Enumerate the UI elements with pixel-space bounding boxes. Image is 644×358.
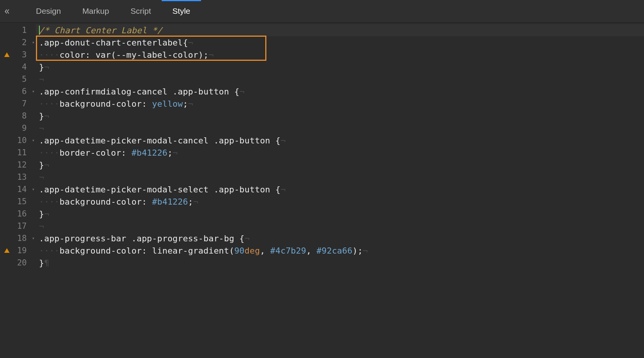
line-number: 1 — [14, 26, 31, 35]
code-line[interactable]: .app-datetime-picker-modal-select .app-b… — [36, 183, 644, 195]
line-number: 19 — [14, 246, 31, 255]
code-line[interactable]: ····background-color: yellow;¬ — [36, 98, 644, 110]
code-line[interactable]: ····color: var(--my-label-color);¬ — [36, 49, 644, 61]
code-line[interactable]: }¬ — [36, 110, 644, 122]
code-line[interactable]: ····background-color: #b41226;¬ — [36, 195, 644, 208]
code-line[interactable]: .app-progress-bar .app-progress-bar-bg {… — [36, 232, 644, 244]
tab-label: Style — [172, 7, 190, 16]
line-number: 20 — [14, 258, 31, 267]
code-editor[interactable]: 1 2▾ 3 4 5 6▾ 7 8 9 10▾ 11 12 13 14▾ 15 … — [0, 23, 644, 358]
line-number: 4 — [14, 62, 31, 72]
code-line[interactable]: ¬ — [36, 73, 644, 85]
code-line[interactable]: ¬ — [36, 220, 644, 232]
tab-style[interactable]: Style — [162, 0, 201, 22]
line-number: 2 — [14, 38, 31, 47]
tab-design[interactable]: Design — [25, 0, 71, 22]
editor-root: Design Markup Script Style 1 2▾ 3 4 5 6▾… — [0, 0, 644, 358]
line-number: 15 — [14, 197, 31, 206]
line-number: 13 — [14, 172, 31, 182]
tab-label: Script — [130, 7, 151, 16]
code-line[interactable]: ····background-color: linear-gradient(90… — [36, 244, 644, 257]
gutter: 1 2▾ 3 4 5 6▾ 7 8 9 10▾ 11 12 13 14▾ 15 … — [0, 23, 36, 358]
line-number: 8 — [14, 111, 31, 120]
code-line[interactable]: }¬ — [36, 61, 644, 73]
code-line[interactable]: }¬ — [36, 208, 644, 220]
line-number: 18 — [14, 234, 31, 243]
code-line[interactable]: }¬ — [36, 159, 644, 171]
line-number: 11 — [14, 148, 31, 157]
line-number: 5 — [14, 75, 31, 84]
line-number: 14 — [14, 185, 31, 194]
code-line[interactable]: ····border-color: #b41226;¬ — [36, 146, 644, 159]
code-line[interactable]: ¬ — [36, 122, 644, 134]
line-number: 9 — [14, 124, 31, 133]
line-number: 10 — [14, 136, 31, 145]
tab-markup[interactable]: Markup — [71, 0, 120, 22]
code-line[interactable]: .app-donut-chart-centerlabel{¬ — [36, 36, 644, 49]
code-line[interactable]: .app-datetime-picker-modal-cancel .app-b… — [36, 134, 644, 146]
code-area[interactable]: /* Chart Center Label */ .app-donut-char… — [36, 23, 644, 358]
fold-toggle-icon[interactable]: ▾ — [31, 89, 36, 94]
warning-icon[interactable] — [4, 248, 10, 253]
line-number: 6 — [14, 87, 31, 96]
fold-toggle-icon[interactable]: ▾ — [31, 236, 36, 241]
tab-bar: Design Markup Script Style — [0, 0, 644, 23]
fold-toggle-icon[interactable]: ▾ — [31, 138, 36, 143]
line-number: 17 — [14, 221, 31, 231]
code-line[interactable]: .app-confirmdialog-cancel .app-button {¬ — [36, 85, 644, 98]
line-number: 12 — [14, 160, 31, 169]
tab-label: Design — [36, 7, 61, 16]
code-line[interactable]: /* Chart Center Label */ — [36, 24, 644, 36]
line-number: 7 — [14, 99, 31, 108]
warning-icon[interactable] — [4, 52, 10, 57]
code-line[interactable]: }¶ — [36, 257, 644, 269]
chevron-double-left-icon — [3, 8, 10, 15]
fold-toggle-icon[interactable]: ▾ — [31, 40, 36, 45]
code-line[interactable]: ¬ — [36, 171, 644, 183]
fold-toggle-icon[interactable]: ▾ — [31, 187, 36, 192]
line-number: 16 — [14, 209, 31, 218]
collapse-panel-button[interactable] — [0, 0, 14, 23]
tab-label: Markup — [82, 7, 109, 16]
line-number: 3 — [14, 50, 31, 59]
tab-script[interactable]: Script — [120, 0, 162, 22]
